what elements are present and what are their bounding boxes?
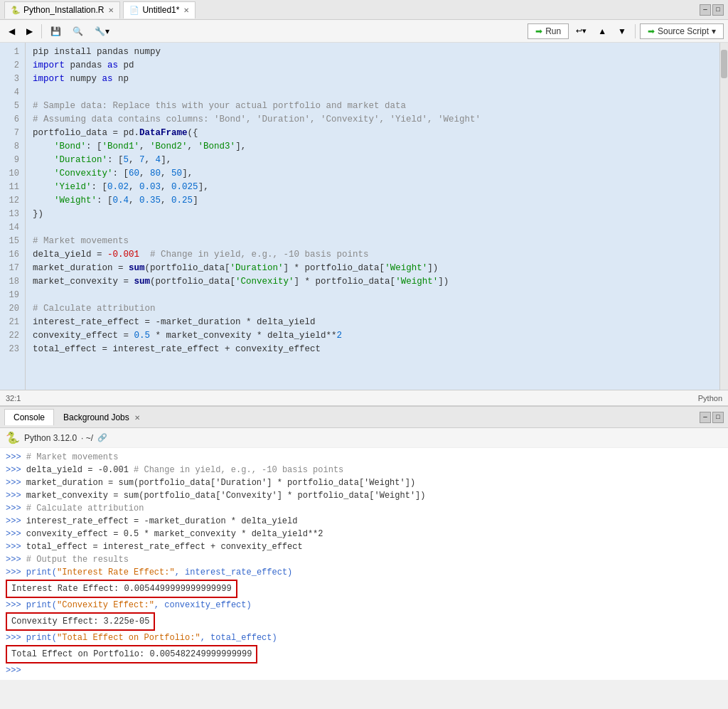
search-button[interactable]: 🔍	[68, 25, 87, 38]
maximize-button[interactable]: □	[712, 4, 724, 16]
final-prompt: >>>	[6, 666, 21, 676]
editor-content[interactable]: 12345 678910 1112131415 1617181920 21222…	[0, 43, 728, 390]
tab1-close[interactable]: ✕	[108, 6, 114, 14]
console-line-7: >>> convexity_effect = 0.5 * market_conv…	[6, 528, 722, 540]
python-version: Python 3.12.0	[24, 433, 77, 443]
output-box-2: Convexity Effect: 3.225e-05	[6, 612, 155, 631]
console-line-5: >>> # Calculate attribution	[6, 502, 722, 515]
background-jobs-close[interactable]: ✕	[134, 414, 140, 422]
sep1	[41, 24, 42, 38]
rerun-button[interactable]: ↩▾	[572, 25, 591, 37]
code-editor[interactable]: pip install pandas numpy import pandas a…	[26, 43, 719, 390]
sep2	[635, 24, 636, 38]
up-button[interactable]: ▲	[594, 25, 611, 38]
untitled-file-icon: 📄	[129, 6, 139, 15]
console-line-1: >>> # Market movements	[6, 451, 722, 464]
tab2-label: Untitled1*	[142, 5, 179, 15]
background-jobs-label: Background Jobs	[63, 412, 129, 422]
source-label: Source Script	[658, 26, 709, 36]
tab2-close[interactable]: ✕	[183, 6, 189, 14]
console-line-12: >>> print("Total Effect on Portfolio:", …	[6, 631, 722, 644]
console-content[interactable]: >>> # Market movements >>> delta_yield =…	[0, 448, 728, 680]
window-controls: ─ □	[700, 4, 724, 16]
console-line-8: >>> total_effect = interest_rate_effect …	[6, 540, 722, 553]
editor-scrollbar[interactable]	[719, 43, 728, 390]
editor-area: 12345 678910 1112131415 1617181920 21222…	[0, 43, 728, 405]
run-button[interactable]: ➡ Run	[528, 23, 569, 39]
console-maximize[interactable]: □	[712, 412, 724, 423]
source-script-button[interactable]: ➡ Source Script ▾	[640, 23, 724, 39]
console-line-2: >>> delta_yield = -0.001 # Change in yie…	[6, 464, 722, 476]
source-arrow-icon: ➡	[648, 26, 655, 36]
console-line-4: >>> market_convexity = sum(portfolio_dat…	[6, 489, 722, 502]
save-button[interactable]: 💾	[46, 25, 65, 38]
console-output-2: Convexity Effect: 3.225e-05	[6, 612, 722, 631]
down-button[interactable]: ▼	[614, 25, 631, 38]
title-bar: 🐍 Python_Installation.R ✕ 📄 Untitled1* ✕…	[0, 0, 728, 20]
tab-untitled1[interactable]: 📄 Untitled1* ✕	[123, 1, 196, 18]
tab-console[interactable]: Console	[4, 409, 54, 425]
editor-statusbar: 32:1 Python	[0, 390, 728, 405]
console-line-9: >>> # Output the results	[6, 553, 722, 566]
editor-scrollbar-thumb	[721, 50, 727, 78]
link-icon: 🔗	[97, 433, 107, 442]
cursor-position: 32:1	[6, 394, 21, 403]
python-console-icon: 🐍	[6, 431, 20, 444]
console-area: Console Background Jobs ✕ ─ □ 🐍 Python 3…	[0, 405, 728, 680]
console-tab-label: Console	[14, 412, 45, 422]
console-minimize[interactable]: ─	[700, 412, 711, 423]
source-dropdown-icon: ▾	[712, 26, 716, 36]
console-header: 🐍 Python 3.12.0 · ~/ 🔗	[0, 428, 728, 448]
minimize-button[interactable]: ─	[700, 4, 711, 16]
console-win-buttons: ─ □	[700, 412, 724, 423]
tab-python-installation[interactable]: 🐍 Python_Installation.R ✕	[4, 1, 120, 18]
console-output-1: Interest Rate Effect: 0.0054499999999999…	[6, 579, 722, 599]
console-line-10: >>> print("Interest Rate Effect:", inter…	[6, 566, 722, 579]
tab-background-jobs[interactable]: Background Jobs ✕	[54, 409, 149, 425]
tab1-label: Python_Installation.R	[23, 5, 104, 15]
console-line-11: >>> print("Convexity Effect:", convexity…	[6, 599, 722, 612]
console-line-6: >>> interest_rate_effect = -market_durat…	[6, 515, 722, 528]
console-tabs: Console Background Jobs ✕ ─ □	[0, 407, 728, 428]
python-path: · ~/	[81, 433, 93, 443]
output-box-3: Total Effect on Portfolio: 0.00548224999…	[6, 645, 257, 663]
output-box-1: Interest Rate Effect: 0.0054499999999999…	[6, 580, 237, 598]
console-final-prompt: >>>	[6, 664, 722, 677]
console-output-3: Total Effect on Portfolio: 0.00548224999…	[6, 644, 722, 664]
run-label: Run	[545, 26, 561, 36]
toolbar: ◀ ▶ 💾 🔍 🔧▾ ➡ Run ↩▾ ▲ ▼ ➡ Source Script …	[0, 20, 728, 43]
console-line-3: >>> market_duration = sum(portfolio_data…	[6, 476, 722, 489]
language-indicator: Python	[698, 394, 722, 403]
back-button[interactable]: ◀	[4, 25, 19, 38]
forward-button[interactable]: ▶	[22, 25, 37, 38]
tools-button[interactable]: 🔧▾	[90, 25, 114, 38]
python-file-icon: 🐍	[11, 6, 21, 15]
run-arrow-icon: ➡	[535, 26, 542, 36]
line-numbers: 12345 678910 1112131415 1617181920 21222…	[0, 43, 26, 390]
